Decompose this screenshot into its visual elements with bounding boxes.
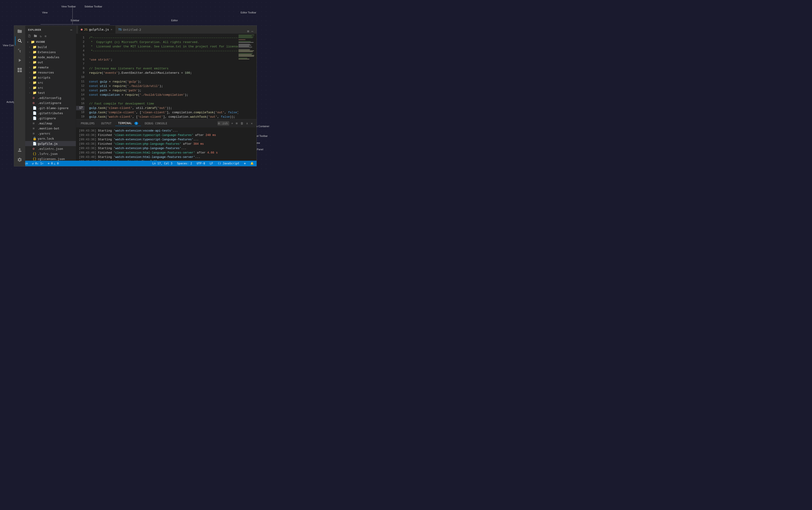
shell-selector[interactable]: ⊞ zsh xyxy=(218,121,229,125)
more-button[interactable]: ⋯ xyxy=(69,28,73,32)
tab-terminal[interactable]: TERMINAL 1 xyxy=(115,121,141,126)
activity-scm[interactable] xyxy=(15,46,24,55)
activity-run[interactable] xyxy=(15,56,24,65)
annotation-sidebar-toolbar: Sidebar Toolbar xyxy=(84,5,102,8)
code-editor[interactable]: /*--------------------------------------… xyxy=(86,34,238,119)
annotation-panel: Panel xyxy=(257,148,263,151)
tab-untitled2[interactable]: TS Untitled-2 xyxy=(115,26,144,33)
sidebar-header: EXPLORER ⋯ xyxy=(25,26,76,33)
terminal-line-8: [09:43:43] Finished 'clean-client' after… xyxy=(79,159,254,161)
tree-item-mailmap[interactable]: › ≡ .mailmap xyxy=(25,121,76,126)
sidebar: EXPLORER ⋯ ↻ ≡ xyxy=(25,26,76,161)
new-terminal-icon[interactable]: + xyxy=(231,121,234,125)
status-errors[interactable]: ⊘ 0 △ 0 xyxy=(47,162,59,165)
close-panel-icon[interactable]: ✕ xyxy=(250,121,253,125)
terminal-line-5: [09:43:36] Starting 'watch-extension:php… xyxy=(79,146,254,151)
tree-item-yarnrc[interactable]: › ≡ .yarnrc xyxy=(25,131,76,136)
tree-item-lsfrc[interactable]: › {} .lsfrc.json xyxy=(25,151,76,156)
status-language[interactable]: () JavaScript xyxy=(217,162,240,165)
tree-item-gitattributes[interactable]: › 📄 .gitattributes xyxy=(25,111,76,116)
annotation-sidebar: Sidebar xyxy=(70,19,79,22)
panel-toolbar: ⊞ zsh + ⊞ 🗑 ∧ ✕ xyxy=(218,121,255,125)
new-file-button[interactable] xyxy=(27,33,32,39)
split-editor-icon[interactable]: ⊞ xyxy=(246,29,250,33)
annotation-editor: Editor xyxy=(171,19,178,22)
tab-output[interactable]: OUTPUT xyxy=(98,121,114,126)
terminal-output[interactable]: [09:43:36] Starting 'watch-extension:vsc… xyxy=(76,127,257,161)
warnings-label: △ 0 xyxy=(54,162,59,165)
tree-item-remote[interactable]: › 📁 remote xyxy=(25,65,76,70)
tree-item-src1[interactable]: › 📁 src xyxy=(25,80,76,85)
tab-ts-icon: TS xyxy=(118,28,121,31)
tree-item-eslintignore[interactable]: › ⚙ .eslintignore xyxy=(25,100,76,106)
tree-item-gitblame[interactable]: › 📄 .git-blame-ignore xyxy=(25,106,76,111)
file-tree: ∨ 📁 VSCODE › 📁 build › 📁 xyxy=(25,39,76,161)
tree-item-node-modules[interactable]: › 📁 node_modules xyxy=(25,55,76,60)
line-numbers: 12345 678910 1112131415 1617 1819202122 … xyxy=(76,34,86,119)
annotation-view: View xyxy=(42,11,48,14)
tree-item-cglicenses[interactable]: › {} cglicenses.json xyxy=(25,156,76,161)
annotation-view-toolbar: View Toolbar xyxy=(61,5,76,8)
activity-search[interactable] xyxy=(15,36,24,46)
terminal-line-2: [09:43:36] Finished 'clean-extension:typ… xyxy=(79,133,254,138)
status-line-col[interactable]: Ln 17, Col 3 xyxy=(151,162,174,165)
sync-label: ↺ 0↓ 1↑ xyxy=(32,162,44,165)
tab-bar: JS gulpfile.js ✕ TS Untitled-2 ⊞ ⋯ xyxy=(76,26,257,34)
tree-item-eslintrc[interactable]: › ⚙ .eslintrc.json xyxy=(25,146,76,151)
activity-explorer[interactable] xyxy=(15,27,24,36)
status-encoding[interactable]: UTF-8 xyxy=(196,162,206,165)
terminal-line-3: [09:43:36] Starting 'watch-extension:typ… xyxy=(79,138,254,142)
tree-item-gitignore[interactable]: › 📄 .gitignore xyxy=(25,116,76,121)
tree-item-mention-bot[interactable]: › ≡ .mention-bot xyxy=(25,126,76,131)
status-bar: ⎇ main ↺ 0↓ 1↑ ⊘ 0 △ 0 Ln 17, Col 3 xyxy=(14,161,257,166)
editor-toolbar: ⊞ ⋯ xyxy=(246,29,255,33)
tree-item-yarnlock[interactable]: › 🔒 yarn.lock xyxy=(25,136,76,141)
tab-js-icon: JS xyxy=(84,28,88,31)
collapse-button[interactable]: ≡ xyxy=(43,33,48,39)
maximize-panel-icon[interactable]: ∧ xyxy=(245,121,249,125)
svg-rect-3 xyxy=(20,70,22,72)
tree-root-vscode[interactable]: ∨ 📁 VSCODE xyxy=(25,39,76,44)
svg-rect-2 xyxy=(18,70,20,72)
status-sync[interactable]: ↺ 0↓ 1↑ xyxy=(31,162,45,165)
tree-item-resources[interactable]: › 📁 resources xyxy=(25,70,76,75)
more-editor-icon[interactable]: ⋯ xyxy=(251,29,254,33)
tree-item-scripts[interactable]: › 📁 scripts xyxy=(25,75,76,80)
tree-item-build[interactable]: › 📁 build xyxy=(25,44,76,50)
main-layout: EXPLORER ⋯ ↻ ≡ xyxy=(14,26,257,161)
status-spaces[interactable]: Spaces: 2 xyxy=(176,162,193,165)
tree-item-test[interactable]: › 📁 test xyxy=(25,90,76,95)
activity-settings[interactable] xyxy=(15,155,24,164)
tab-close-gulpfile[interactable]: ✕ xyxy=(110,28,113,31)
tree-item-extensions[interactable]: › 📁 Extensions xyxy=(25,50,76,55)
tree-item-out[interactable]: › 📁 out xyxy=(25,60,76,65)
terminal-line-1: [09:43:36] Starting 'watch-extension:vsc… xyxy=(79,129,254,133)
status-remote[interactable]: ⊕ xyxy=(243,162,246,165)
tab-problems[interactable]: PROBLEMS xyxy=(78,121,97,126)
split-terminal-icon[interactable]: ⊞ xyxy=(235,121,238,125)
terminal-line-4: [09:43:36] Finished 'clean-extension:php… xyxy=(79,142,254,146)
tree-item-src2[interactable]: › 📁 src xyxy=(25,85,76,90)
language-label: () JavaScript xyxy=(218,162,239,165)
modified-indicator xyxy=(81,29,83,31)
terminal-line-6: [09:43:40] Finished 'clean-extension:htm… xyxy=(79,151,254,155)
kill-terminal-icon[interactable]: 🗑 xyxy=(240,121,244,125)
tree-item-editorconfig[interactable]: › ⚙ .editorconfig xyxy=(25,95,76,100)
new-folder-button[interactable] xyxy=(33,33,38,39)
activity-accounts[interactable] xyxy=(15,145,24,155)
line-col-label: Ln 17, Col 3 xyxy=(152,162,173,165)
tab-gulpfile[interactable]: JS gulpfile.js ✕ xyxy=(78,26,115,33)
tab-label-gulpfile: gulpfile.js xyxy=(89,28,109,31)
errors-label: ⊘ 0 xyxy=(48,162,53,165)
tab-label-untitled2: Untitled-2 xyxy=(123,28,141,31)
status-right: Ln 17, Col 3 Spaces: 2 UTF-8 LF () JavaS… xyxy=(151,162,255,165)
editor-content: 12345 678910 1112131415 1617 1819202122 … xyxy=(76,34,257,119)
vscode-window: EXPLORER ⋯ ↻ ≡ xyxy=(14,25,257,167)
tab-debug-console[interactable]: DEBUG CONSOLE xyxy=(142,121,170,126)
activity-extensions[interactable] xyxy=(15,65,24,75)
sidebar-actions: ↻ ≡ xyxy=(25,33,76,39)
refresh-button[interactable]: ↻ xyxy=(39,33,43,39)
tree-item-gulpfile[interactable]: › 📄 gulpfile.js xyxy=(25,141,76,146)
status-line-ending[interactable]: LF xyxy=(209,162,214,165)
status-notifications[interactable]: 🔔 xyxy=(250,162,255,165)
